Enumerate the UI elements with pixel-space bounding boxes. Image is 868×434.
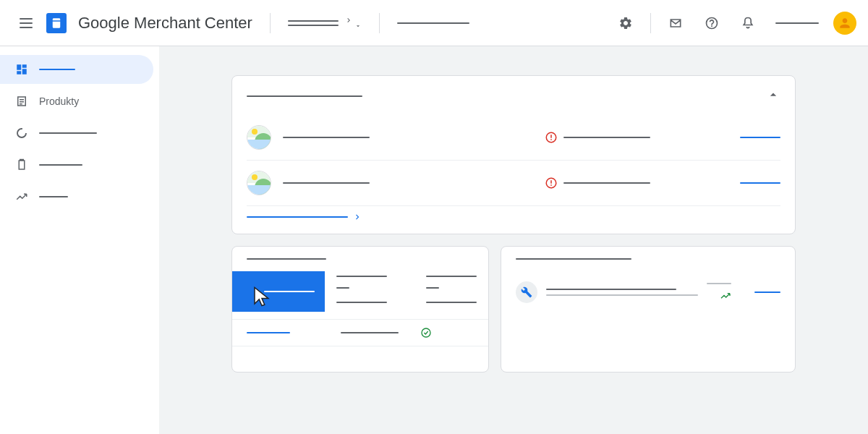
card-title <box>247 95 362 97</box>
bell-icon <box>741 16 755 30</box>
sidebar: Produkty <box>0 46 159 434</box>
tool-row[interactable] <box>516 274 780 310</box>
sidebar-item-label <box>39 132 97 134</box>
list-icon <box>14 94 29 109</box>
wrench-icon <box>516 281 537 303</box>
svg-point-0 <box>707 17 718 28</box>
error-icon <box>545 176 558 190</box>
account-name[interactable] <box>775 22 819 24</box>
tools-card <box>501 246 796 373</box>
tool-desc <box>546 294 698 296</box>
main-content <box>159 46 868 434</box>
row-link[interactable] <box>247 332 290 333</box>
selected-metric-tile[interactable] <box>232 271 325 312</box>
sidebar-item-performance[interactable] <box>0 119 153 148</box>
metrics-card <box>231 246 489 373</box>
sidebar-item-label: Produkty <box>39 95 79 107</box>
dropdown-icon <box>354 22 362 30</box>
status-text <box>563 182 650 184</box>
sidebar-item-growth[interactable] <box>0 182 153 211</box>
divider <box>379 13 380 33</box>
product-name <box>283 137 370 138</box>
card-title <box>247 258 326 260</box>
sidebar-item-marketing[interactable] <box>0 150 153 179</box>
user-avatar[interactable] <box>833 12 856 35</box>
sidebar-item-label <box>39 164 82 166</box>
tag-icon <box>50 17 63 30</box>
menu-button[interactable] <box>12 9 41 38</box>
status-text <box>563 137 650 138</box>
error-icon <box>545 131 558 144</box>
settings-button[interactable] <box>613 10 639 36</box>
issue-row[interactable] <box>247 161 780 206</box>
app-logo <box>46 13 67 33</box>
mail-icon <box>668 16 683 30</box>
tool-title <box>546 289 676 290</box>
chevron-up-icon <box>766 88 780 102</box>
row-value <box>341 332 399 333</box>
product-thumbnail <box>247 171 271 195</box>
secondary-dropdown[interactable] <box>397 22 469 24</box>
check-circle-icon <box>420 327 432 339</box>
sidebar-item-overview[interactable] <box>0 55 153 84</box>
sidebar-item-products[interactable]: Produkty <box>0 87 153 116</box>
trending-up-icon <box>720 290 731 302</box>
product-name <box>283 182 370 184</box>
card-title <box>516 258 631 260</box>
product-thumbnail <box>247 125 271 150</box>
action-link[interactable] <box>740 137 780 138</box>
chevron-right-icon <box>344 16 353 25</box>
dashboard-icon <box>14 62 29 77</box>
view-all-link[interactable] <box>247 206 780 222</box>
hamburger-icon <box>20 18 33 28</box>
divider <box>270 13 271 33</box>
person-icon <box>838 16 852 30</box>
divider <box>650 13 651 33</box>
trending-up-icon <box>14 190 29 204</box>
svg-point-4 <box>422 328 430 337</box>
mail-button[interactable] <box>663 10 689 36</box>
tool-meta <box>707 283 731 284</box>
issue-row[interactable] <box>247 115 780 161</box>
metric-tile[interactable] <box>325 271 419 312</box>
chevron-right-icon <box>352 212 362 222</box>
sidebar-item-label <box>39 196 68 197</box>
collapse-button[interactable] <box>766 88 780 105</box>
action-link[interactable] <box>740 182 780 184</box>
tool-action-link[interactable] <box>754 292 780 293</box>
table-row[interactable] <box>232 319 488 346</box>
account-dropdown[interactable] <box>288 17 362 30</box>
clipboard-icon <box>14 158 29 172</box>
help-icon <box>705 16 719 30</box>
app-header: Google Merchant Center <box>0 0 868 46</box>
metric-tile[interactable] <box>419 271 477 312</box>
help-button[interactable] <box>699 10 725 36</box>
issues-card <box>231 75 796 234</box>
app-title: Google Merchant Center <box>78 14 252 33</box>
notifications-button[interactable] <box>735 10 761 36</box>
gear-icon <box>618 16 633 30</box>
sidebar-item-label <box>39 69 75 70</box>
cursor-icon <box>251 284 273 309</box>
svg-point-1 <box>17 129 26 137</box>
circle-progress-icon <box>14 126 29 140</box>
